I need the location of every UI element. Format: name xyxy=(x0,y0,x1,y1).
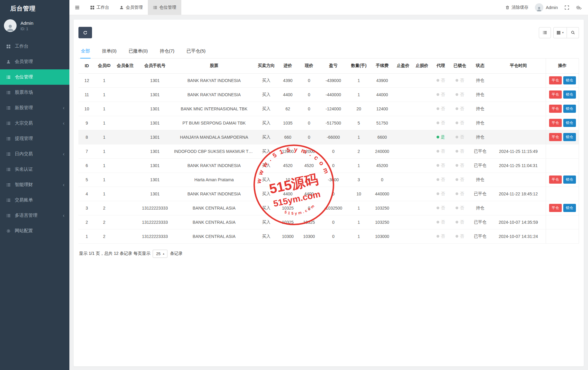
lock-position-button[interactable]: 锁仓 xyxy=(563,105,576,113)
page-size-select[interactable]: 25 ▴ xyxy=(153,250,167,258)
sidebar-item-i18n[interactable]: 多语言管理‹ xyxy=(0,208,69,223)
cell-take-profit xyxy=(394,158,412,172)
sidebar-item-kyc[interactable]: 实名认证 xyxy=(0,162,69,177)
topbar-tab-workbench[interactable]: 工作台 xyxy=(85,0,114,15)
topbar-tab-positions[interactable]: 仓位管理 xyxy=(148,0,181,15)
sidebar-item-site-config[interactable]: 网站配置 xyxy=(0,223,69,239)
status-dot-icon xyxy=(456,207,458,209)
cell-entry-price: 10 xyxy=(277,172,298,187)
status-dot-icon xyxy=(456,164,458,167)
sidebar-item-new-stock[interactable]: 新股管理‹ xyxy=(0,100,69,115)
cell-stop-loss xyxy=(412,158,431,172)
columns-view-button[interactable]: ▾ xyxy=(553,27,567,38)
cell-fee: 45200 xyxy=(370,158,393,172)
cell-actions xyxy=(546,158,579,172)
cell-stop-loss xyxy=(412,130,431,144)
lock-position-button[interactable]: 锁仓 xyxy=(563,176,576,184)
sidebar-item-workbench[interactable]: 工作台 xyxy=(0,39,69,54)
sidebar-item-label: 实名认证 xyxy=(15,166,65,172)
user-icon xyxy=(119,5,124,10)
cell-direction: 买入 xyxy=(255,144,277,158)
app-root: 后台管理 Admin ID: 1 工作台会员管理仓位管理股票市场新股管理‹大宗交… xyxy=(0,0,588,370)
menu-toggle-button[interactable] xyxy=(69,0,85,15)
cell-direction: 买入 xyxy=(255,130,277,144)
cell-locked: 否 xyxy=(450,229,469,243)
cell-phone: 1301 xyxy=(137,73,173,87)
sidebar-item-label: 交易账单 xyxy=(15,197,65,203)
cell-entry-price: 4400 xyxy=(277,187,298,201)
caret-down-icon: ▾ xyxy=(562,31,564,34)
lock-position-button[interactable]: 锁仓 xyxy=(563,76,576,84)
close-position-button[interactable]: 平仓 xyxy=(549,105,562,113)
cell-actions: 平仓锁仓 xyxy=(546,116,579,130)
close-position-button[interactable]: 平仓 xyxy=(549,76,562,84)
column-header: 现价 xyxy=(298,59,319,73)
clear-cache-button[interactable]: 清除缓存 xyxy=(505,5,528,10)
status-dot-icon xyxy=(437,164,439,167)
cell-close-time xyxy=(491,130,546,144)
lock-position-button[interactable]: 锁仓 xyxy=(563,119,576,127)
lock-position-button[interactable]: 锁仓 xyxy=(563,133,576,141)
chevron-left-icon: ‹ xyxy=(63,121,65,126)
cell-quantity: 5 xyxy=(347,116,370,130)
cell-id: 8 xyxy=(78,130,95,144)
cell-current-price: 0 xyxy=(298,102,319,116)
close-position-button[interactable]: 平仓 xyxy=(549,119,562,127)
cell-fee: 103000 xyxy=(370,229,393,243)
cell-id: 7 xyxy=(78,144,95,158)
settings-button[interactable] xyxy=(576,5,581,10)
lock-position-button[interactable]: 锁仓 xyxy=(563,90,576,99)
filter-tab-4[interactable]: 已平仓(5) xyxy=(186,45,206,58)
sidebar-item-positions[interactable]: 仓位管理 xyxy=(0,69,69,85)
cell-agent: 否 xyxy=(431,144,450,158)
cell-fee: 440000 xyxy=(370,187,393,201)
sidebar-item-stock-market[interactable]: 股票市场 xyxy=(0,85,69,100)
cell-direction: 买入 xyxy=(255,172,277,187)
avatar xyxy=(4,19,17,32)
cell-phone: 13122223333 xyxy=(137,215,173,229)
topbar: 工作台会员管理仓位管理 清除缓存 Admin xyxy=(69,0,588,15)
cell-stock: BANK RAKYAT INDONESIA xyxy=(173,187,256,201)
table-row: 711301INDOFOOD CBP SUKSES MAKMUR TBK PT买… xyxy=(78,144,579,158)
list-view-button[interactable] xyxy=(539,27,551,38)
cell-agent: 否 xyxy=(431,187,450,201)
cell-agent: 否 xyxy=(431,229,450,243)
search-button[interactable] xyxy=(567,27,579,38)
cell-take-profit xyxy=(394,102,412,116)
cell-close-time xyxy=(491,172,546,187)
cell-pnl: 0 xyxy=(320,229,347,243)
page-size-value: 25 xyxy=(156,251,160,256)
sidebar-item-trade-bill[interactable]: 交易账单 xyxy=(0,192,69,208)
sidebar-item-withdrawal[interactable]: 提现管理 xyxy=(0,131,69,146)
cell-phone: 13122223333 xyxy=(137,229,173,243)
lock-position-button[interactable]: 锁仓 xyxy=(563,204,576,212)
cell-agent: 否 xyxy=(431,87,450,102)
filter-tab-0[interactable]: 全部 xyxy=(80,45,91,59)
column-header: 止损价 xyxy=(412,59,431,73)
close-position-button[interactable]: 平仓 xyxy=(549,176,562,184)
status-dot-icon xyxy=(437,122,439,124)
person-icon xyxy=(536,6,542,12)
close-position-button[interactable]: 平仓 xyxy=(549,204,562,212)
column-header: 会员备注 xyxy=(113,59,137,73)
filter-tab-2[interactable]: 已撤单(0) xyxy=(128,45,148,58)
filter-tab-3[interactable]: 持仓(7) xyxy=(159,45,175,58)
table-row: 411301BANK RAKYAT INDONESIA买入44004400010… xyxy=(78,187,579,201)
sidebar-item-intraday[interactable]: 日内交易‹ xyxy=(0,146,69,162)
right-pane: 工作台会员管理仓位管理 清除缓存 Admin xyxy=(69,0,588,370)
sidebar-item-block-trade[interactable]: 大宗交易‹ xyxy=(0,115,69,131)
cell-actions xyxy=(546,144,579,158)
cell-current-price: 10300 xyxy=(298,229,319,243)
close-position-button[interactable]: 平仓 xyxy=(549,90,562,99)
sidebar-item-wealth[interactable]: 智能理财‹ xyxy=(0,177,69,192)
status-dot-icon xyxy=(437,79,439,82)
admin-menu[interactable]: Admin xyxy=(535,3,558,12)
fullscreen-button[interactable] xyxy=(564,5,569,10)
sidebar-item-members[interactable]: 会员管理 xyxy=(0,54,69,69)
filter-tab-1[interactable]: 挂单(0) xyxy=(101,45,117,58)
topbar-tab-members[interactable]: 会员管理 xyxy=(114,0,148,15)
refresh-button[interactable] xyxy=(78,27,92,38)
view-buttons: ▾ xyxy=(539,27,579,38)
cell-pnl: 0 xyxy=(320,215,347,229)
close-position-button[interactable]: 平仓 xyxy=(549,133,562,141)
